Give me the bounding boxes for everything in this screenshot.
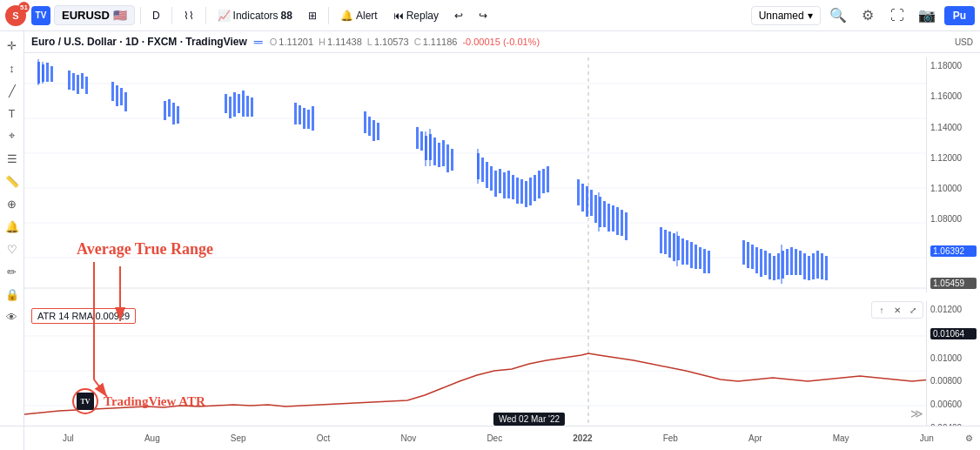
- svg-rect-46: [438, 143, 440, 167]
- svg-rect-99: [777, 253, 780, 279]
- toolbar-right: Unnamed ▾ 🔍 ⚙ ⛶ 📷 Pu: [751, 3, 975, 28]
- draw-tool[interactable]: ✏: [2, 261, 23, 282]
- alert-button[interactable]: 🔔 Alert: [334, 7, 384, 24]
- svg-rect-95: [760, 249, 762, 277]
- svg-rect-82: [673, 233, 675, 261]
- chart-type-icon: ⌇⌇: [184, 10, 194, 22]
- chart-type-button[interactable]: ⌇⌇: [178, 7, 200, 24]
- time-label-jun: Jun: [920, 433, 934, 443]
- svg-rect-13: [72, 73, 75, 91]
- svg-rect-42: [420, 131, 423, 151]
- time-label-dec: Dec: [487, 433, 502, 443]
- redo-button[interactable]: ↪: [473, 7, 493, 24]
- watchlist-tool[interactable]: 🔔: [2, 216, 23, 237]
- chart-line-indicator: ═: [254, 35, 263, 49]
- fullscreen-button[interactable]: ⛶: [885, 3, 910, 28]
- main-price-axis: 1.18000 1.16000 1.14000 1.12000 1.10000 …: [926, 57, 980, 292]
- svg-rect-58: [512, 175, 514, 199]
- crosshair-date-label: Wed 02 Mar '22: [493, 413, 565, 426]
- svg-rect-64: [538, 171, 540, 198]
- ticker-button[interactable]: EURUSD 🇺🇸: [54, 5, 135, 25]
- ticker-label: EURUSD: [62, 9, 110, 22]
- trendline-tool[interactable]: ╱: [2, 80, 23, 101]
- timeframe-button[interactable]: D: [146, 7, 166, 24]
- indicators-icon: 📈: [218, 10, 231, 22]
- replay-button[interactable]: ⏮ Replay: [387, 7, 445, 24]
- unnamed-label: Unnamed: [759, 10, 804, 22]
- move-tool[interactable]: ↕: [2, 57, 23, 78]
- svg-rect-55: [499, 169, 501, 193]
- svg-rect-29: [242, 91, 245, 117]
- svg-rect-11: [50, 66, 53, 82]
- measure-tool[interactable]: 📏: [2, 171, 23, 191]
- snapshot-button[interactable]: 📷: [915, 3, 939, 28]
- time-label-may: May: [833, 433, 849, 443]
- favorites-tool[interactable]: ♡: [2, 238, 23, 259]
- tradingview-logo[interactable]: TV: [31, 6, 50, 25]
- atr-level-2: 0.01000: [930, 353, 977, 363]
- publish-button[interactable]: Pu: [944, 6, 975, 25]
- settings-button[interactable]: ⚙: [856, 3, 880, 28]
- zoom-tool[interactable]: ⊕: [2, 193, 23, 214]
- gear-icon-time[interactable]: ⚙: [965, 433, 973, 443]
- svg-rect-89: [703, 249, 706, 273]
- indicator-up-button[interactable]: ↑: [875, 303, 889, 317]
- eye-tool[interactable]: 👁: [2, 306, 23, 327]
- svg-rect-53: [490, 166, 493, 191]
- lock-tool[interactable]: 🔒: [2, 284, 23, 305]
- undo-button[interactable]: ↩: [448, 7, 469, 24]
- unnamed-button[interactable]: Unnamed ▾: [751, 6, 821, 25]
- price-level-current: 1.06392: [930, 245, 977, 257]
- svg-rect-24: [177, 106, 179, 124]
- price-level-5: 1.10000: [930, 184, 977, 193]
- pattern-tool[interactable]: ☰: [2, 148, 23, 169]
- atr-level-1: 0.01200: [930, 305, 977, 314]
- svg-rect-34: [303, 108, 305, 129]
- svg-rect-54: [494, 171, 497, 197]
- chart-symbol: Euro / U.S. Dollar · 1D · FXCM · Trading…: [31, 36, 247, 48]
- svg-rect-104: [799, 251, 802, 275]
- time-label-aug: Aug: [144, 433, 160, 443]
- svg-rect-49: [451, 149, 453, 171]
- atr-level-current: 0.01064: [930, 328, 977, 339]
- indicator-expand-button[interactable]: ⤢: [906, 303, 920, 317]
- svg-rect-25: [225, 94, 227, 113]
- indicators-button[interactable]: 📈 Indicators 88: [211, 7, 299, 24]
- svg-rect-47: [442, 140, 445, 166]
- time-axis-spacer: [0, 426, 24, 450]
- svg-rect-14: [77, 75, 79, 94]
- indicators-count: 88: [281, 10, 292, 22]
- chart-expand-button[interactable]: ≫: [910, 406, 923, 420]
- redo-icon: ↪: [479, 10, 487, 22]
- svg-rect-96: [764, 251, 767, 275]
- price-level-1: 1.18000: [930, 61, 977, 71]
- templates-button[interactable]: ⊞: [302, 7, 323, 24]
- user-avatar-container[interactable]: S 51: [5, 5, 26, 26]
- search-button[interactable]: 🔍: [826, 3, 850, 28]
- atr-indicator-label: ATR 14 RMA 0.00929: [37, 311, 130, 321]
- svg-rect-66: [547, 166, 549, 192]
- svg-rect-32: [294, 103, 297, 124]
- svg-rect-109: [821, 253, 823, 279]
- atr-label-box: ATR 14 RMA 0.00929: [31, 308, 136, 324]
- fibonacci-tool[interactable]: ⌖: [2, 125, 23, 146]
- svg-rect-74: [607, 204, 610, 232]
- indicator-controls: ↑ ✕ ⤢: [871, 301, 923, 319]
- svg-rect-31: [251, 97, 253, 117]
- text-tool[interactable]: T: [2, 103, 23, 124]
- time-label-feb: Feb: [663, 433, 678, 443]
- svg-rect-107: [812, 253, 815, 279]
- svg-rect-39: [373, 120, 375, 141]
- svg-rect-16: [85, 77, 88, 94]
- chart-header: Euro / U.S. Dollar · 1D · FXCM · Trading…: [24, 31, 980, 53]
- low-value: 1.10573: [374, 37, 409, 47]
- svg-rect-23: [172, 103, 175, 124]
- open-value: 1.11201: [279, 37, 313, 47]
- crosshair-tool[interactable]: ✛: [2, 35, 23, 56]
- indicator-close-button[interactable]: ✕: [890, 303, 904, 317]
- left-sidebar: ✛ ↕ ╱ T ⌖ ☰ 📏 ⊕ 🔔 ♡ ✏ 🔒 👁: [0, 31, 24, 426]
- svg-rect-62: [529, 178, 532, 205]
- ohlc-open: O 1.11201: [270, 37, 313, 47]
- close-value: 1.11186: [423, 37, 458, 47]
- indicators-label: Indicators: [233, 10, 279, 22]
